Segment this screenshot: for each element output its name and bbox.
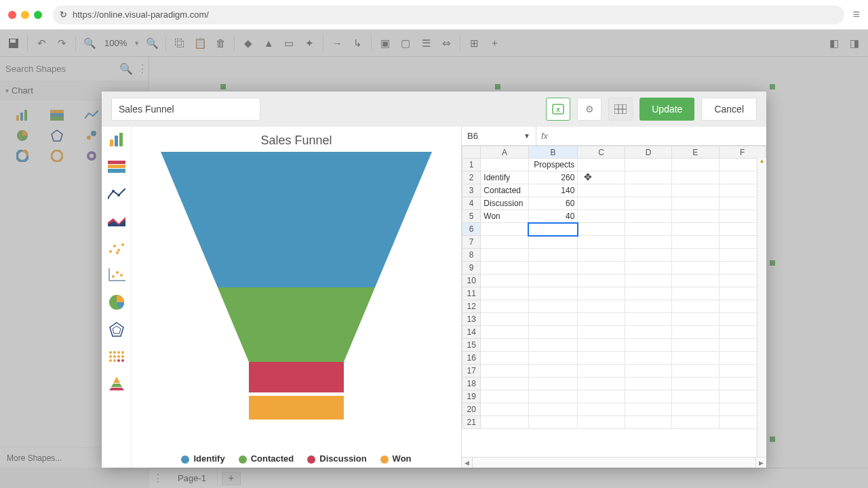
type-stacked-icon[interactable] bbox=[107, 158, 126, 176]
window-close[interactable] bbox=[8, 11, 16, 19]
cell-b6[interactable] bbox=[528, 223, 578, 236]
funnel-chart bbox=[161, 152, 432, 423]
svg-point-47 bbox=[120, 274, 123, 277]
svg-rect-30 bbox=[108, 165, 125, 168]
window-controls bbox=[8, 11, 42, 19]
chart-title-input[interactable] bbox=[111, 98, 260, 121]
type-area-icon[interactable] bbox=[107, 212, 126, 230]
svg-point-42 bbox=[116, 251, 119, 254]
cancel-button[interactable]: Cancel bbox=[701, 98, 757, 121]
svg-point-34 bbox=[117, 194, 120, 197]
svg-point-51 bbox=[109, 351, 112, 354]
chart-preview-title: Sales Funnel bbox=[260, 134, 332, 148]
svg-point-62 bbox=[121, 359, 124, 362]
svg-rect-31 bbox=[108, 169, 125, 173]
svg-marker-63 bbox=[113, 377, 120, 383]
browser-menu-icon[interactable]: ≡ bbox=[852, 7, 860, 22]
svg-point-52 bbox=[113, 351, 116, 354]
svg-point-45 bbox=[112, 275, 115, 278]
funnel-seg-discussion bbox=[249, 362, 344, 392]
svg-point-38 bbox=[109, 250, 112, 253]
data-sheet: B6▼ fx A B C D E F 1Propspects 2I bbox=[461, 127, 766, 468]
svg-marker-49 bbox=[110, 323, 123, 336]
svg-point-60 bbox=[113, 359, 116, 362]
svg-point-54 bbox=[121, 351, 124, 354]
svg-point-33 bbox=[112, 190, 115, 192]
type-scatter-icon[interactable] bbox=[107, 239, 126, 257]
type-line-icon[interactable] bbox=[107, 185, 126, 203]
type-dotmatrix-icon[interactable] bbox=[107, 348, 126, 365]
col-a[interactable]: A bbox=[481, 146, 528, 159]
sheet-hscroll[interactable]: ◀▶ bbox=[462, 457, 766, 468]
col-e[interactable]: E bbox=[672, 146, 719, 159]
svg-point-57 bbox=[117, 355, 120, 358]
type-bar-icon[interactable] bbox=[107, 131, 126, 148]
sheet-grid[interactable]: A B C D E F 1Propspects 2Identify260 3Co… bbox=[462, 146, 766, 457]
svg-point-46 bbox=[116, 271, 119, 274]
col-headers: A B C D E F bbox=[462, 146, 766, 159]
type-pyramid-icon[interactable] bbox=[107, 375, 126, 392]
svg-marker-64 bbox=[111, 384, 122, 387]
fx-icon: fx bbox=[536, 131, 553, 141]
svg-point-59 bbox=[109, 359, 112, 362]
window-min[interactable] bbox=[21, 11, 29, 19]
chart-legend: Identify Contacted Discussion Won bbox=[181, 453, 411, 464]
svg-rect-26 bbox=[110, 140, 113, 146]
svg-point-56 bbox=[113, 355, 116, 358]
chart-preview: Sales Funnel Identify Contacted Discussi… bbox=[132, 127, 461, 468]
type-radar-icon[interactable] bbox=[107, 321, 126, 338]
reload-icon[interactable]: ↻ bbox=[60, 9, 67, 20]
export-excel-button[interactable]: x bbox=[546, 98, 570, 121]
col-c[interactable]: C bbox=[578, 146, 625, 159]
address-bar[interactable]: ↻ https://online.visual-paradigm.com/ bbox=[53, 5, 844, 24]
svg-point-39 bbox=[113, 245, 116, 247]
legend-discussion: Discussion bbox=[307, 453, 366, 464]
legend-won: Won bbox=[380, 453, 412, 464]
funnel-seg-identify bbox=[161, 152, 432, 287]
type-scatter-axis-icon[interactable] bbox=[107, 266, 126, 284]
svg-marker-50 bbox=[113, 326, 121, 333]
funnel-seg-contacted bbox=[218, 287, 375, 362]
svg-point-58 bbox=[121, 355, 124, 358]
formula-input[interactable] bbox=[553, 131, 766, 141]
toggle-data-grid-button[interactable] bbox=[608, 98, 633, 121]
modal-header: x ⚙ Update Cancel bbox=[102, 92, 766, 127]
chart-editor-modal: x ⚙ Update Cancel Sales Funnel bbox=[102, 92, 766, 468]
col-f[interactable]: F bbox=[719, 146, 766, 159]
svg-rect-28 bbox=[119, 133, 123, 146]
funnel-seg-won bbox=[249, 396, 344, 420]
svg-point-41 bbox=[121, 243, 124, 246]
chart-settings-button[interactable]: ⚙ bbox=[577, 98, 601, 121]
chart-type-list bbox=[102, 127, 132, 468]
update-button[interactable]: Update bbox=[639, 98, 694, 121]
svg-marker-65 bbox=[109, 388, 124, 390]
browser-chrome: ↻ https://online.visual-paradigm.com/ ≡ bbox=[0, 0, 868, 30]
svg-point-61 bbox=[117, 359, 120, 362]
legend-identify: Identify bbox=[181, 453, 224, 464]
type-pie-icon[interactable] bbox=[107, 293, 126, 311]
cell-reference[interactable]: B6▼ bbox=[462, 127, 536, 145]
url-text: https://online.visual-paradigm.com/ bbox=[73, 9, 209, 20]
col-b[interactable]: B bbox=[528, 146, 578, 159]
legend-contacted: Contacted bbox=[239, 453, 294, 464]
svg-rect-27 bbox=[115, 136, 118, 146]
svg-point-53 bbox=[117, 351, 120, 354]
svg-point-55 bbox=[109, 355, 112, 358]
window-max[interactable] bbox=[34, 11, 42, 19]
svg-point-40 bbox=[117, 249, 120, 251]
sheet-vscroll[interactable]: ▲ bbox=[757, 158, 766, 457]
col-d[interactable]: D bbox=[625, 146, 671, 159]
svg-rect-29 bbox=[108, 161, 125, 164]
svg-text:x: x bbox=[556, 106, 560, 113]
